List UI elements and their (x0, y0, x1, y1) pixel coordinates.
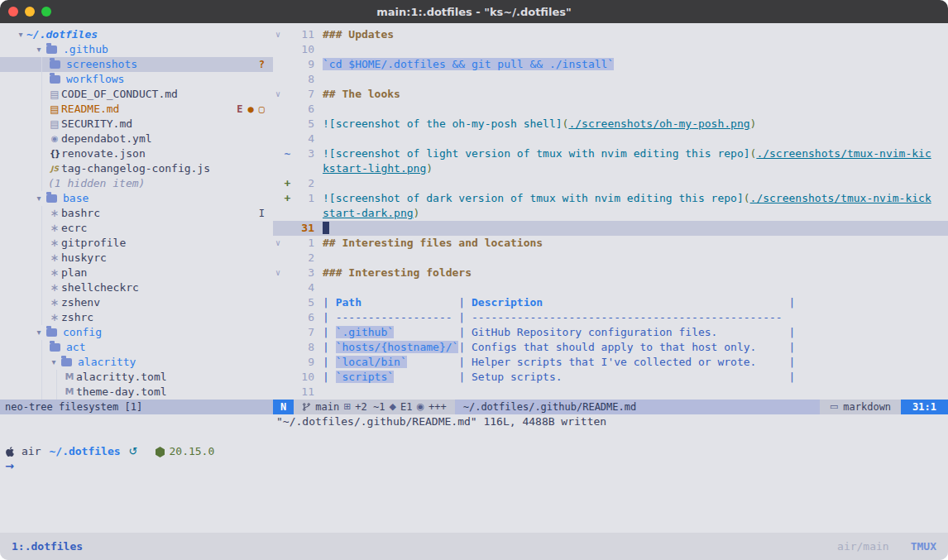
editor-line[interactable]: 7| `.github` | GitHub Repository configu… (273, 325, 948, 340)
editor-line[interactable]: ∨11### Updates (273, 27, 948, 42)
tree-item-screenshots[interactable]: screenshots? (0, 57, 273, 72)
tree-item-code-of-conduct-md[interactable]: ▤CODE_OF_CONDUCT.md (0, 87, 273, 102)
tree-item-alacritty[interactable]: ▾alacritty (0, 355, 273, 370)
git-branch-name: main (315, 400, 339, 414)
tmux-window-tab[interactable]: 1:.dotfiles (12, 540, 83, 553)
tree-item-label: tag-changelog-config.js (61, 161, 210, 176)
editor-line[interactable]: 5| Path | Description | (273, 295, 948, 310)
editor-line[interactable]: 8| `hosts/{hostname}/`| Configs that sho… (273, 340, 948, 355)
editor-line[interactable]: +1![screenshot of dark version of tmux w… (273, 191, 948, 221)
editor-line[interactable]: 6| ------------------ | ----------------… (273, 310, 948, 325)
tree-item-huskyrc[interactable]: ∗huskyrc (0, 251, 273, 266)
tree-item-alacritty-toml[interactable]: Malacritty.toml (0, 370, 273, 385)
editor-line[interactable]: 10| `scripts` | Setup scripts. | (273, 370, 948, 385)
editor-line[interactable]: 31 (273, 221, 948, 236)
tree-item-1-hidden-item: (1 hidden item) (0, 176, 273, 191)
tree-item-github[interactable]: ▾.github (0, 42, 273, 57)
git-sign: + (283, 176, 292, 191)
tree-item-ecrc[interactable]: ∗ecrc (0, 221, 273, 236)
prompt-node-version: 20.15.0 (156, 444, 214, 459)
cursor-position: 31:1 (901, 400, 948, 414)
tree-item-zshenv[interactable]: ∗zshenv (0, 295, 273, 310)
editor-line[interactable]: 10 (273, 42, 948, 57)
tree-item-act[interactable]: act (0, 340, 273, 355)
cursor (323, 222, 329, 234)
editor-line[interactable]: 9`cd $HOME/.dotfiles && git pull && ./in… (273, 57, 948, 72)
tree-item-label: zshenv (61, 295, 100, 310)
line-number: 10 (292, 42, 314, 57)
line-number: 11 (292, 27, 314, 42)
minimize-button[interactable] (25, 7, 35, 17)
editor-line[interactable]: 9| `local/bin` | Helper scripts that I'v… (273, 355, 948, 370)
tree-item-zshrc[interactable]: ∗zshrc (0, 310, 273, 325)
editor-line[interactable]: ~3![screenshot of light version of tmux … (273, 146, 948, 176)
folder-icon (50, 60, 60, 69)
markdown-icon: ▭ (830, 400, 838, 414)
line-text: ## The looks (323, 87, 931, 102)
fold-icon: ∨ (273, 236, 283, 251)
tree-item-security-md[interactable]: ▤SECURITY.md (0, 117, 273, 132)
shell-config-file-icon: ∗ (48, 266, 61, 280)
line-number: 8 (292, 340, 314, 355)
tree-item-gitprofile[interactable]: ∗gitprofile (0, 236, 273, 251)
tree-item-bashrc[interactable]: ∗bashrcI (0, 206, 273, 221)
tree-item-shellcheckrc[interactable]: ∗shellcheckrc (0, 280, 273, 295)
tmux-label: TMUX (911, 540, 936, 553)
titlebar: main:1:.dotfiles - "ks~/.dotfiles" (0, 0, 948, 23)
editor-line[interactable]: ∨7## The looks (273, 87, 948, 102)
editor-line[interactable]: +2 (273, 176, 948, 191)
close-button[interactable] (8, 7, 18, 17)
line-number: 11 (292, 385, 314, 400)
editor-buffer[interactable]: ∨11### Updates109`cd $HOME/.dotfiles && … (273, 23, 948, 400)
tree-item-label: ecrc (61, 221, 87, 236)
shell-config-file-icon: ∗ (48, 310, 61, 325)
tree-item-readme-md[interactable]: ▤README.mdE●▢ (0, 102, 273, 117)
shell-config-file-icon: ∗ (48, 280, 61, 295)
line-number: 5 (292, 295, 314, 310)
tree-item-badges: I (259, 206, 273, 221)
tree-item-base[interactable]: ▾base (0, 191, 273, 206)
tree-item-label: alacritty.toml (76, 370, 167, 385)
tree-item-config[interactable]: ▾config (0, 325, 273, 340)
diff-icon: ⊞ (343, 400, 351, 414)
neotree-sidebar[interactable]: ▾ ~/.dotfiles ▾.githubscreenshots?workfl… (0, 23, 273, 400)
folder-icon (46, 45, 57, 54)
editor-line[interactable]: ∨3### Interesting folders (273, 266, 948, 280)
window-title: main:1:.dotfiles - "ks~/.dotfiles" (0, 6, 948, 18)
tree-item-dependabot-yml[interactable]: ◉dependabot.yml (0, 132, 273, 146)
tree-item-tag-changelog-config-js[interactable]: JStag-changelog-config.js (0, 161, 273, 176)
line-number: 5 (292, 117, 314, 132)
tree-root[interactable]: ▾ ~/.dotfiles (0, 27, 273, 42)
editor-line[interactable]: 8 (273, 72, 948, 87)
chevron-down-icon: ▾ (33, 325, 45, 340)
editor-line[interactable]: 4 (273, 132, 948, 146)
shell-pane[interactable]: air ~/.dotfiles ↺ 20.15.0 → (0, 429, 948, 533)
git-fetch-icon: ↺ (129, 444, 138, 459)
git-sign: + (283, 191, 292, 206)
line-text: ![screenshot of light version of tmux wi… (323, 146, 931, 176)
line-text: | `.github` | GitHub Repository configur… (323, 325, 931, 340)
filetype-section: ▭ markdown (820, 400, 901, 414)
shell-config-file-icon: ∗ (48, 251, 61, 266)
mode-indicator: N (273, 400, 294, 414)
git-status-section: main ⊞ +2 ~1 ◆ E1 ◉ +++ (294, 400, 454, 414)
editor-line[interactable]: 11 (273, 385, 948, 400)
tree-item-label: huskyrc (61, 251, 107, 266)
editor-line[interactable]: 4 (273, 280, 948, 295)
editor-line[interactable]: 2 (273, 251, 948, 266)
tree-item-plan[interactable]: ∗plan (0, 266, 273, 280)
git-diff-counts: +2 ~1 (355, 400, 385, 414)
tree-item-workflows[interactable]: workflows (0, 72, 273, 87)
tree-item-renovate-json[interactable]: {}renovate.json (0, 146, 273, 161)
tmux-right-status: air/main TMUX (837, 540, 936, 553)
line-text (323, 176, 931, 191)
editor-line[interactable]: 6 (273, 102, 948, 117)
line-number: 4 (292, 132, 314, 146)
zoom-button[interactable] (41, 7, 51, 17)
editor-line[interactable]: ∨1## Interesting files and locations (273, 236, 948, 251)
tree-item-label: theme-day.toml (76, 385, 167, 400)
markdown-file-icon: ▤ (48, 117, 61, 132)
markdown-file-icon: ▤ (48, 87, 61, 102)
editor-line[interactable]: 5![screenshot of the oh-my-posh shell](.… (273, 117, 948, 132)
tree-item-theme-day-toml[interactable]: Mtheme-day.toml (0, 385, 273, 400)
